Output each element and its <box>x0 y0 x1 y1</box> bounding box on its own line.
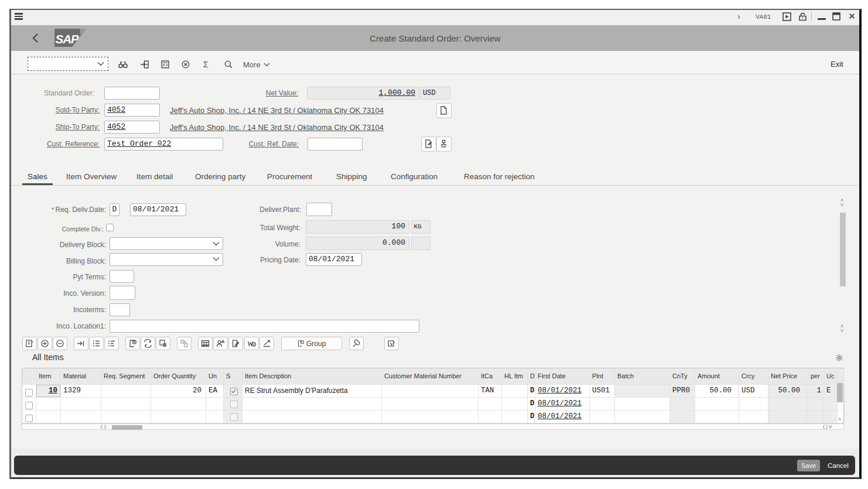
svg-text:SAP: SAP <box>56 32 79 46</box>
